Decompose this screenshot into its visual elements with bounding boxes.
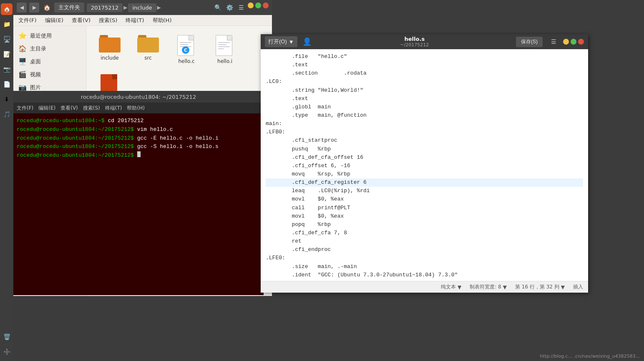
term-line-3: rocedu@rocedu-ubuntu1804:~/20175212$ gcc…: [17, 134, 260, 143]
sidebar-item-recent[interactable]: ⭐ 最近使用: [13, 29, 86, 42]
terminal-window: rocedu@rocedu-ubuntu1804: ~/20175212 文件(…: [13, 91, 264, 295]
video-icon: 🎬: [18, 70, 27, 78]
term-line-4: rocedu@rocedu-ubuntu1804:~/20175212$ gcc…: [17, 143, 260, 151]
code-line: .LC0:: [266, 78, 583, 86]
home-icon: 🏠: [18, 45, 27, 53]
code-line: .cfi_def_cfa 7, 8: [266, 229, 583, 237]
panel-icon-music[interactable]: 🎵: [1, 108, 13, 120]
sidebar-label-home: 主目录: [30, 45, 46, 53]
panel-icon-trash[interactable]: 🗑️: [1, 331, 13, 343]
tab-width-label: 制表符宽度: 8: [470, 283, 501, 291]
fm-menu-view[interactable]: 查看(V): [70, 16, 92, 25]
term-prompt-2: rocedu@rocedu-ubuntu1804:~/20175212$: [17, 125, 137, 134]
term-line-1: rocedu@rocedu-ubuntu1804:~$ cd 20175212: [17, 117, 260, 125]
tab-width-dropdown-icon: ▼: [503, 284, 507, 290]
code-line: movl $0, %eax: [266, 212, 583, 221]
status-position[interactable]: 第 16 行，第 32 列 ▼: [515, 283, 565, 291]
code-line: .file "hello.c": [266, 53, 583, 61]
fm-menu-edit[interactable]: 编辑(E): [43, 16, 65, 25]
sidebar-item-desktop[interactable]: 🖥️ 桌面: [13, 55, 86, 68]
code-line: .size main, .-main: [266, 263, 583, 271]
panel-icon-download[interactable]: ⬇️: [1, 93, 13, 105]
fm-menu-help[interactable]: 帮助(H): [151, 16, 174, 25]
fm-close-button[interactable]: [263, 3, 269, 8]
code-line: .section .rodata: [266, 69, 583, 78]
fm-menu-file[interactable]: 文件(F): [17, 16, 38, 25]
fm-back-button[interactable]: ◀: [17, 3, 27, 13]
fm-breadcrumb-home[interactable]: 主文件夹: [54, 3, 84, 13]
fm-home-button[interactable]: 🏠: [42, 3, 52, 13]
fm-menu-terminal[interactable]: 终端(T): [124, 16, 146, 25]
editor-close-button[interactable]: [578, 39, 584, 45]
code-line: .ident "GCC: (Ubuntu 7.3.0-27ubuntu1~18.…: [266, 271, 583, 279]
term-prompt-1: rocedu@rocedu-ubuntu1804:~$: [17, 117, 108, 125]
code-line: .globl main: [266, 103, 583, 111]
file-label-hello-c: hello.c: [178, 58, 194, 64]
term-menu-view[interactable]: 查看(V): [60, 105, 78, 112]
editor-statusbar: 纯文本 ▼ 制表符宽度: 8 ▼ 第 16 行，第 32 列 ▼ 插入: [261, 281, 588, 293]
editor-code-area[interactable]: .file "hello.c" .text .section .rodata.L…: [261, 49, 588, 281]
fm-maximize-button[interactable]: [255, 3, 261, 8]
term-menu-help[interactable]: 帮助(H): [127, 105, 144, 112]
panel-icon-home[interactable]: 🏠: [1, 3, 13, 15]
file-item-hello-i[interactable]: hello.i: [208, 33, 242, 67]
panel-icon-more[interactable]: ➕: [1, 346, 13, 358]
sidebar-item-video[interactable]: 🎬 视频: [13, 68, 86, 81]
text-editor-window: 打开(O) ▼ 👤 hello.s ~/20175212 保存(S) ☰ .fi…: [261, 34, 588, 293]
fm-view-button[interactable]: ⚙️: [224, 3, 234, 13]
term-prompt-5: rocedu@rocedu-ubuntu1804:~/20175212$: [17, 151, 137, 160]
fm-minimize-button[interactable]: [248, 3, 254, 8]
status-tab-width[interactable]: 制表符宽度: 8 ▼: [470, 283, 507, 291]
editor-win-controls: ☰: [549, 37, 558, 47]
code-line: popq %rbp: [266, 221, 583, 229]
fm-breadcrumb-dir1[interactable]: 20175212: [87, 3, 123, 12]
fm-toolbar-right: 🔍 ⚙️ ☰: [213, 3, 269, 13]
code-line: main:: [266, 120, 583, 128]
fm-menu-search[interactable]: 搜索(S): [97, 16, 119, 25]
code-line: leaq .LC0(%rip), %rdi: [266, 187, 583, 195]
terminal-menubar: 文件(F) 编辑(E) 查看(V) 搜索(S) 终端(T) 帮助(H): [13, 103, 264, 113]
fm-search-button[interactable]: 🔍: [213, 3, 223, 13]
code-line: .text: [266, 95, 583, 103]
term-menu-edit[interactable]: 编辑(E): [38, 105, 55, 112]
editor-minimize-button[interactable]: [563, 39, 569, 45]
sidebar-item-home[interactable]: 🏠 主目录: [13, 42, 86, 55]
code-line: .cfi_def_cfa_register 6: [266, 178, 583, 187]
editor-open-button[interactable]: 打开(O) ▼: [265, 36, 297, 47]
terminal-body[interactable]: rocedu@rocedu-ubuntu1804:~$ cd 20175212 …: [13, 113, 264, 295]
editor-person-button[interactable]: 👤: [301, 35, 313, 48]
file-label-include: include: [101, 55, 118, 61]
editor-save-button[interactable]: 保存(S): [516, 37, 543, 47]
term-cmd-2: vim hello.c: [137, 125, 173, 134]
file-item-hello-c[interactable]: C hello.c: [170, 33, 203, 67]
term-menu-terminal[interactable]: 终端(T): [105, 105, 122, 112]
editor-content[interactable]: .file "hello.c" .text .section .rodata.L…: [261, 49, 588, 281]
term-prompt-3: rocedu@rocedu-ubuntu1804:~/20175212$: [17, 134, 137, 143]
recent-icon: ⭐: [18, 32, 27, 40]
term-menu-search[interactable]: 搜索(S): [83, 105, 100, 112]
file-c-icon: C: [177, 35, 196, 57]
term-menu-file[interactable]: 文件(F): [17, 105, 33, 112]
panel-icon-editor[interactable]: 📝: [1, 48, 13, 60]
file-item-include[interactable]: include: [93, 33, 126, 67]
fm-breadcrumb-dir2[interactable]: include: [128, 3, 156, 12]
editor-hamburger-button[interactable]: ☰: [549, 37, 558, 47]
status-text-type[interactable]: 纯文本 ▼: [441, 283, 461, 291]
fm-menu-button[interactable]: ☰: [236, 3, 246, 13]
fm-menubar: 文件(F) 编辑(E) 查看(V) 搜索(S) 终端(T) 帮助(H): [13, 15, 272, 26]
desktop-icon: 🖥️: [18, 58, 27, 65]
panel-icon-docs[interactable]: 📄: [1, 78, 13, 90]
panel-icon-files[interactable]: 📁: [1, 18, 13, 30]
panel-icon-photos[interactable]: 📷: [1, 63, 13, 75]
open-dropdown-icon: ▼: [289, 39, 294, 45]
code-line: .type main, @function: [266, 111, 583, 120]
sidebar-label-video: 视频: [30, 71, 41, 78]
fm-breadcrumb: 20175212 ▶ include ▶: [87, 3, 161, 12]
code-line: .string "Hello,World!": [266, 86, 583, 95]
sidebar-label-photos: 图片: [30, 84, 41, 91]
position-dropdown-icon: ▼: [561, 284, 565, 290]
editor-maximize-button[interactable]: [571, 39, 576, 45]
panel-icon-terminal[interactable]: 🖥️: [1, 33, 13, 45]
fm-forward-button[interactable]: ▶: [29, 3, 39, 13]
file-item-src[interactable]: src: [131, 33, 165, 67]
